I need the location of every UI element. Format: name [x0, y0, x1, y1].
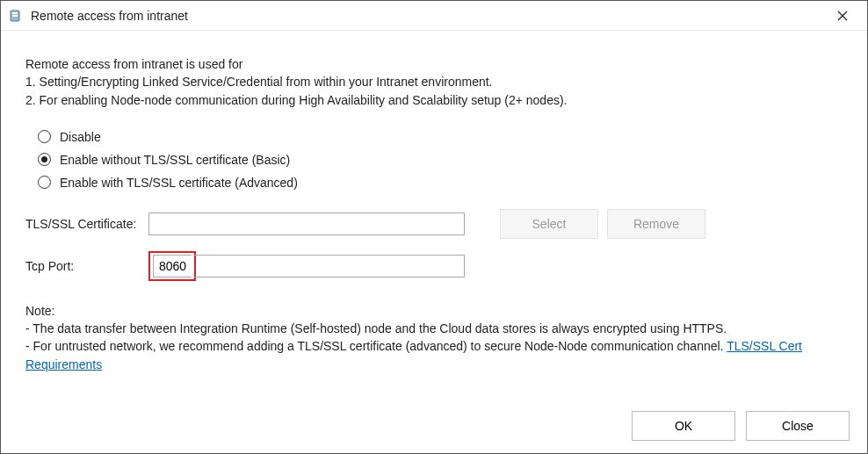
note-line-2: - For untrusted network, we recommend ad… — [25, 337, 843, 373]
radio-disable[interactable]: Disable — [38, 130, 843, 144]
radio-enable-basic[interactable]: Enable without TLS/SSL certificate (Basi… — [38, 153, 843, 167]
select-certificate-button[interactable]: Select — [500, 209, 598, 239]
app-icon — [8, 8, 24, 24]
radio-label: Enable without TLS/SSL certificate (Basi… — [60, 153, 290, 167]
window-close-button[interactable] — [825, 3, 860, 29]
tcp-port-input[interactable] — [153, 255, 192, 277]
close-icon — [837, 11, 848, 21]
dialog-content: Remote access from intranet is used for … — [1, 31, 867, 384]
titlebar: Remote access from intranet — [1, 1, 867, 31]
intro-text: Remote access from intranet is used for … — [25, 55, 843, 109]
ok-button[interactable]: OK — [632, 411, 735, 441]
intro-line-2: 2. For enabling Node-node communication … — [25, 91, 843, 109]
window-title: Remote access from intranet — [31, 9, 825, 23]
radio-icon — [38, 130, 51, 143]
svg-rect-1 — [12, 12, 18, 14]
dialog-window: Remote access from intranet Remote acces… — [0, 0, 868, 454]
note-block: Note: - The data transfer between Integr… — [25, 302, 843, 373]
certificate-label: TLS/SSL Certificate: — [25, 217, 148, 231]
intro-lead: Remote access from intranet is used for — [25, 55, 843, 73]
radio-icon — [38, 153, 51, 166]
dialog-footer: OK Close — [632, 411, 850, 441]
tcp-port-row: Tcp Port: — [25, 251, 843, 281]
tcp-port-highlight — [148, 251, 196, 281]
radio-label: Enable with TLS/SSL certificate (Advance… — [60, 176, 298, 190]
note-line-2-text: - For untrusted network, we recommend ad… — [25, 339, 727, 353]
close-button[interactable]: Close — [746, 411, 850, 441]
note-line-1: - The data transfer between Integration … — [25, 320, 843, 337]
certificate-input[interactable] — [148, 213, 465, 235]
intro-line-1: 1. Setting/Encrypting Linked Service/Cre… — [25, 73, 843, 90]
note-heading: Note: — [25, 302, 843, 320]
certificate-row: TLS/SSL Certificate: Select Remove — [25, 209, 843, 239]
radio-enable-advanced[interactable]: Enable with TLS/SSL certificate (Advance… — [38, 176, 843, 190]
svg-rect-2 — [12, 15, 18, 17]
remove-certificate-button[interactable]: Remove — [607, 209, 705, 239]
tcp-port-label: Tcp Port: — [25, 259, 148, 273]
access-mode-radio-group: Disable Enable without TLS/SSL certifica… — [38, 130, 843, 190]
radio-icon — [38, 176, 51, 189]
radio-label: Disable — [60, 130, 101, 144]
tcp-port-input-extension — [193, 255, 465, 277]
